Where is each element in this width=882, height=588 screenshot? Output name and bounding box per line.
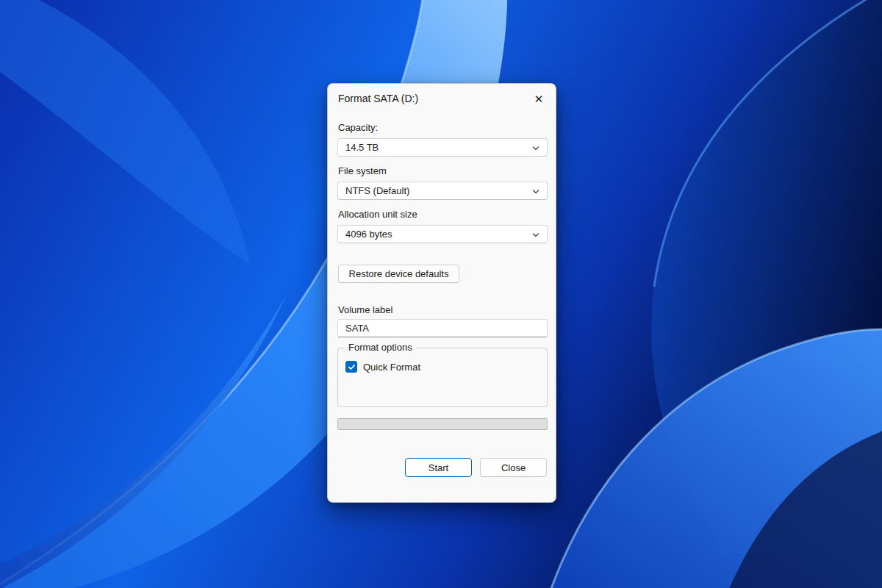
file-system-value: NTFS (Default) [345, 185, 409, 196]
start-button[interactable]: Start [405, 458, 472, 477]
format-dialog: Format SATA (D:) ✕ Capacity: 14.5 TB Fil… [327, 83, 556, 503]
allocation-unit-select[interactable]: 4096 bytes [337, 225, 548, 243]
desktop: { "icons": { "close": "✕" }, "accent_col… [0, 0, 882, 588]
chevron-down-icon [531, 144, 540, 153]
close-button[interactable]: ✕ [528, 89, 550, 109]
capacity-value: 14.5 TB [345, 142, 379, 153]
chevron-down-icon [531, 231, 540, 240]
quick-format-row[interactable]: Quick Format [345, 361, 420, 373]
volume-label: Volume label [338, 304, 392, 315]
chevron-down-icon [531, 187, 540, 196]
capacity-select[interactable]: 14.5 TB [337, 138, 548, 157]
quick-format-label[interactable]: Quick Format [363, 362, 420, 373]
format-options-legend: Format options [345, 342, 416, 353]
close-dialog-button[interactable]: Close [480, 458, 547, 477]
quick-format-checkbox[interactable] [345, 361, 357, 373]
file-system-label: File system [338, 165, 387, 176]
volume-input[interactable] [337, 319, 548, 337]
check-icon [348, 363, 356, 371]
capacity-label: Capacity: [338, 122, 378, 133]
close-icon: ✕ [534, 93, 544, 104]
dialog-title: Format SATA (D:) [338, 93, 418, 104]
restore-defaults-button[interactable]: Restore device defaults [338, 265, 459, 283]
file-system-select[interactable]: NTFS (Default) [337, 182, 548, 200]
format-progress-bar [337, 418, 548, 430]
allocation-unit-label: Allocation unit size [338, 209, 417, 220]
format-options-group: Format options Quick Format [337, 348, 548, 407]
allocation-unit-value: 4096 bytes [345, 229, 392, 240]
